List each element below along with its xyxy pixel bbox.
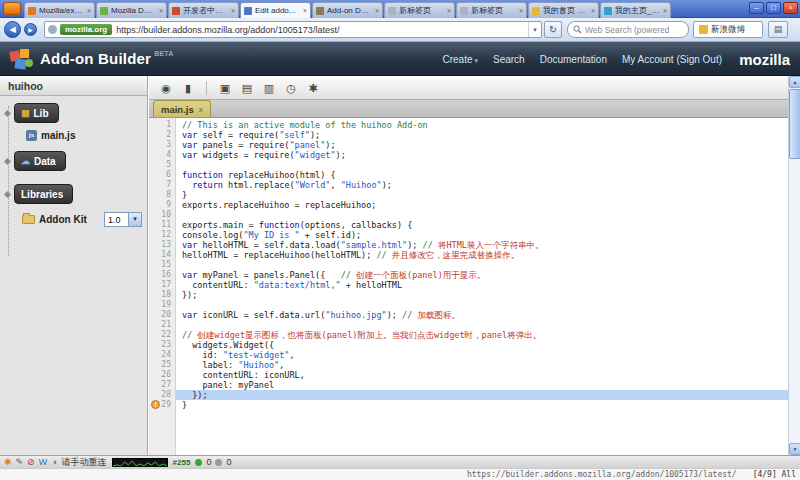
mobile-test-icon[interactable]: ▮ <box>179 79 197 97</box>
save-icon[interactable]: ▣ <box>216 79 234 97</box>
header-nav-create[interactable]: Create▾ <box>442 54 478 65</box>
code-line[interactable]: 16var myPanel = panels.Panel({ // 创建一个面板… <box>149 270 788 280</box>
package-icon: ▦ <box>21 108 30 118</box>
back-button[interactable]: ◀ <box>4 21 21 38</box>
sidebar-item-libraries[interactable]: Libraries <box>14 184 73 204</box>
tab-close-icon[interactable]: × <box>303 7 307 14</box>
browser-tab[interactable]: Mozilla/exte...× <box>24 2 95 18</box>
tab-close-icon[interactable]: x <box>199 105 203 114</box>
properties-icon[interactable]: ▥ <box>260 79 278 97</box>
addon-w-icon[interactable]: W <box>39 457 48 468</box>
editor-tab-mainjs[interactable]: main.js x <box>153 100 211 117</box>
line-number: 7 <box>149 180 171 190</box>
code-line[interactable]: 26 contentURL: iconURL, <box>149 370 788 380</box>
code-line[interactable]: 20var iconURL = self.data.url("huihoo.jp… <box>149 310 788 320</box>
code-line[interactable]: 2var self = require("self"); <box>149 130 788 140</box>
tab-close-icon[interactable]: × <box>519 7 523 14</box>
sidebar-item-data[interactable]: ☁ Data <box>14 151 66 171</box>
browser-tab[interactable]: 我的首页 新...× <box>528 2 599 18</box>
code-line[interactable]: 15 <box>149 260 788 270</box>
chevron-down-icon[interactable]: ▼ <box>128 213 141 226</box>
code-line[interactable]: 23 widgets.Widget({ <box>149 340 788 350</box>
code-line[interactable]: 29!} <box>149 400 788 410</box>
code-line[interactable]: 1// This is an active module of the huih… <box>149 120 788 130</box>
code-line[interactable]: 7 return html.replace("World", "Huihoo")… <box>149 180 788 190</box>
code-line[interactable]: 21 <box>149 320 788 330</box>
tab-favicon <box>316 7 324 15</box>
code-line[interactable]: 14helloHTML = replaceHuihoo(helloHTML); … <box>149 250 788 260</box>
tab-close-icon[interactable]: × <box>591 7 595 14</box>
tab-close-icon[interactable]: × <box>87 7 91 14</box>
code-line[interactable]: 25 label: "Huihoo", <box>149 360 788 370</box>
tab-close-icon[interactable]: × <box>663 7 667 14</box>
minimize-button[interactable]: – <box>749 2 764 14</box>
weibo-search-button[interactable]: 新浪微博 <box>693 21 763 38</box>
code-line[interactable]: 9exports.replaceHuihoo = replaceHuihoo; <box>149 200 788 210</box>
line-text: contentURL: iconURL, <box>182 370 305 380</box>
close-button[interactable]: × <box>783 2 798 14</box>
settings-gear-icon[interactable]: ✱ <box>304 79 322 97</box>
code-editor[interactable]: 1// This is an active module of the huih… <box>149 118 788 455</box>
warning-icon[interactable]: ! <box>151 400 160 409</box>
reload-button[interactable]: ↻ <box>544 21 562 38</box>
addon-half-icon[interactable]: ◑ <box>51 457 56 468</box>
tab-close-icon[interactable]: × <box>447 7 451 14</box>
maximize-button[interactable]: □ <box>766 2 781 14</box>
url-dropdown-icon[interactable]: ▼ <box>528 22 541 37</box>
header-nav-documentation[interactable]: Documentation <box>540 54 607 65</box>
code-line[interactable]: 5 <box>149 160 788 170</box>
code-line[interactable]: 11exports.main = function(options, callb… <box>149 220 788 230</box>
browser-tab[interactable]: Mozilla Deli...× <box>96 2 167 18</box>
copy-icon[interactable]: ▤ <box>238 79 256 97</box>
scrollbar-thumb[interactable] <box>789 89 800 159</box>
code-line[interactable]: 6function replaceHuihoo(html) { <box>149 170 788 180</box>
forward-button[interactable]: ▶ <box>24 23 37 36</box>
code-line[interactable]: 8} <box>149 190 788 200</box>
web-search-input[interactable]: Web Search (powered <box>567 21 689 38</box>
mozilla-logo[interactable]: mozilla <box>739 51 790 68</box>
browser-tab[interactable]: Add-on Devel...× <box>312 2 383 18</box>
tab-close-icon[interactable]: × <box>375 7 379 14</box>
code-line[interactable]: 18}); <box>149 290 788 300</box>
firefox-menu-button[interactable] <box>3 2 21 15</box>
scroll-up-arrow[interactable]: ▲ <box>789 76 800 88</box>
code-line[interactable]: 4var widgets = require("widget"); <box>149 150 788 160</box>
header-nav-my-account-sign-out[interactable]: My Account (Sign Out) <box>622 54 722 65</box>
line-number: 27 <box>149 380 171 390</box>
browser-tab[interactable]: 新标签页× <box>384 2 455 18</box>
url-bar[interactable]: mozilla.org https://builder.addons.mozil… <box>44 21 542 38</box>
tab-favicon <box>28 7 36 15</box>
vertical-scrollbar[interactable]: ▲ ▼ <box>788 76 800 455</box>
tab-close-icon[interactable]: × <box>231 7 235 14</box>
code-line[interactable]: 28 }); <box>149 390 788 400</box>
sidebar-file-mainjs[interactable]: js main.js <box>26 130 75 141</box>
addon-pencil-icon[interactable]: ✎ <box>16 457 24 468</box>
sidebar-item-lib[interactable]: ▦ Lib <box>14 103 59 123</box>
code-line[interactable]: 24 id: "test-widget", <box>149 350 788 360</box>
identity-badge[interactable]: mozilla.org <box>60 24 112 35</box>
scroll-down-arrow[interactable]: ▼ <box>789 443 800 455</box>
preview-eye-icon[interactable]: ◉ <box>157 79 175 97</box>
bookmarks-list-button[interactable]: ▤ <box>768 21 788 38</box>
code-line[interactable]: 13var helloHTML = self.data.load("sample… <box>149 240 788 250</box>
code-line[interactable]: 12console.log("My ID is " + self.id); <box>149 230 788 240</box>
proxy-status-text: 请手动重连 <box>62 456 107 469</box>
code-line[interactable]: 10 <box>149 210 788 220</box>
browser-tab[interactable]: 开发者中心 ...× <box>168 2 239 18</box>
addon-block-icon[interactable]: ⊘ <box>27 457 35 468</box>
url-text[interactable]: https://builder.addons.mozilla.org/addon… <box>116 25 528 35</box>
code-line[interactable]: 22// 创建widget显示图标，也将面板(panel)附加上。当我们点击wi… <box>149 330 788 340</box>
code-line[interactable]: 27 panel: myPanel <box>149 380 788 390</box>
addon-star-icon[interactable]: ✱ <box>4 457 12 468</box>
code-line[interactable]: 19 <box>149 300 788 310</box>
history-clock-icon[interactable]: ◷ <box>282 79 300 97</box>
browser-tab[interactable]: Edit addo...× <box>240 2 311 18</box>
code-line[interactable]: 3var panels = require("panel"); <box>149 140 788 150</box>
browser-tab[interactable]: 我的主页_随...× <box>600 2 671 18</box>
tab-close-icon[interactable]: × <box>159 7 163 14</box>
header-nav-search[interactable]: Search <box>493 54 525 65</box>
addon-kit-version-select[interactable]: 1.0 ▼ <box>104 212 142 227</box>
code-line[interactable]: 17 contentURL: "data:text/html," + hello… <box>149 280 788 290</box>
line-number: 5 <box>149 160 171 170</box>
browser-tab[interactable]: 新标签页× <box>456 2 527 18</box>
